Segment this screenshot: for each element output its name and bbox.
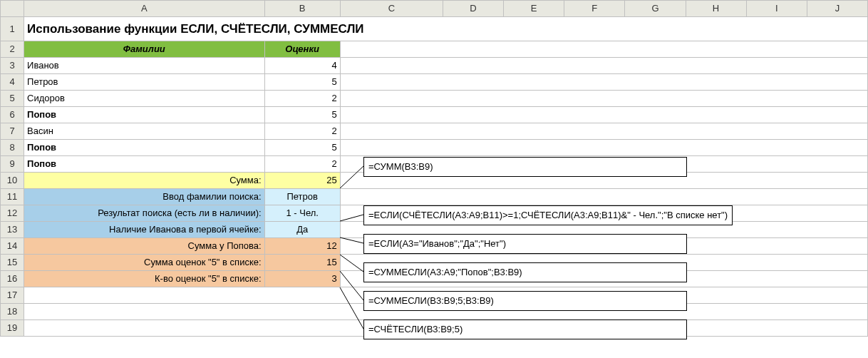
col-header-G[interactable]: G	[625, 1, 686, 17]
row-7: 7 Васин 2	[1, 123, 868, 140]
callout-sumif-popov-formula: =СУММЕСЛИ(A3:A9;"Попов";B3:B9)	[363, 262, 687, 282]
cell-A9[interactable]: Попов	[24, 156, 265, 173]
cell-A4[interactable]: Петров	[24, 74, 265, 91]
cell-C2-blank[interactable]	[340, 41, 867, 58]
cell-A15-sumfives-label[interactable]: Сумма оценок "5" в списке:	[24, 255, 265, 271]
row-header-19[interactable]: 19	[1, 320, 24, 337]
row-3: 3 Иванов 4	[1, 58, 868, 74]
row-header-6[interactable]: 6	[1, 107, 24, 123]
cell-A12-result-label[interactable]: Результат поиска (есть ли в наличии):	[24, 205, 265, 222]
row-header-16[interactable]: 16	[1, 271, 24, 287]
cell-A7[interactable]: Васин	[24, 123, 265, 140]
row-header-3[interactable]: 3	[1, 58, 24, 74]
cell-B13-ivanov-value[interactable]: Да	[264, 222, 340, 238]
cell-B11-search-value[interactable]: Петров	[264, 189, 340, 205]
cell-B3[interactable]: 4	[264, 58, 340, 74]
row-header-11[interactable]: 11	[1, 189, 24, 205]
cell-A14-popov-label[interactable]: Сумма у Попова:	[24, 238, 265, 255]
row-header-7[interactable]: 7	[1, 123, 24, 140]
cell-A13-ivanov-label[interactable]: Наличие Иванова в первой ячейке:	[24, 222, 265, 238]
cell-A16-countfives-label[interactable]: К-во оценок "5" в списке:	[24, 271, 265, 287]
cell-B9[interactable]: 2	[264, 156, 340, 173]
row-header-1[interactable]: 1	[1, 17, 24, 41]
cell-A8[interactable]: Попов	[24, 140, 265, 156]
row-1: 1 Использование функции ЕСЛИ, СЧЁТЕСЛИ, …	[1, 17, 868, 41]
cell-A6[interactable]: Попов	[24, 107, 265, 123]
cell-B14-popov-value[interactable]: 12	[264, 238, 340, 255]
row-8: 8 Попов 5	[1, 140, 868, 156]
callout-sum-formula: =СУММ(B3:B9)	[363, 157, 687, 177]
callout-if-ivanov-formula: =ЕСЛИ(A3="Иванов";"Да";"Нет")	[363, 234, 687, 254]
row-6: 6 Попов 5	[1, 107, 868, 123]
cell-B2-header[interactable]: Оценки	[264, 41, 340, 58]
cell-B12-result-value[interactable]: 1 - Чел.	[264, 205, 340, 222]
row-header-9[interactable]: 9	[1, 156, 24, 173]
row-header-8[interactable]: 8	[1, 140, 24, 156]
row-5: 5 Сидоров 2	[1, 91, 868, 107]
callout-countif-formula: =ЕСЛИ(СЧЁТЕСЛИ(A3:A9;B11)>=1;СЧЁТЕСЛИ(A3…	[363, 205, 733, 225]
row-header-14[interactable]: 14	[1, 238, 24, 255]
col-header-D[interactable]: D	[443, 1, 504, 17]
row-header-5[interactable]: 5	[1, 91, 24, 107]
cell-B5[interactable]: 2	[264, 91, 340, 107]
cell-C3-blank[interactable]	[340, 58, 867, 74]
col-header-C[interactable]: C	[340, 1, 443, 17]
cell-B7[interactable]: 2	[264, 123, 340, 140]
col-header-B[interactable]: B	[264, 1, 340, 17]
callout-sumif-fives-formula: =СУММЕСЛИ(B3:B9;5;B3:B9)	[363, 291, 687, 311]
corner-cell[interactable]	[1, 1, 24, 17]
row-header-15[interactable]: 15	[1, 255, 24, 271]
row-header-10[interactable]: 10	[1, 173, 24, 189]
cell-A2-header[interactable]: Фамилии	[24, 41, 265, 58]
col-header-J[interactable]: J	[807, 1, 867, 17]
col-header-A[interactable]: A	[24, 1, 265, 17]
cell-B4[interactable]: 5	[264, 74, 340, 91]
row-header-12[interactable]: 12	[1, 205, 24, 222]
row-header-2[interactable]: 2	[1, 41, 24, 58]
cell-A1-title[interactable]: Использование функции ЕСЛИ, СЧЁТЕСЛИ, СУ…	[24, 17, 868, 41]
spreadsheet-area: A B C D E F G H I J 1 Использование функ…	[0, 0, 868, 358]
cell-A3[interactable]: Иванов	[24, 58, 265, 74]
row-11: 11 Ввод фамилии поиска: Петров	[1, 189, 868, 205]
col-header-I[interactable]: I	[746, 1, 807, 17]
cell-C11-blank[interactable]	[340, 189, 867, 205]
cell-B15-sumfives-value[interactable]: 15	[264, 255, 340, 271]
cell-B8[interactable]: 5	[264, 140, 340, 156]
cell-C8-blank[interactable]	[340, 140, 867, 156]
cell-B6[interactable]: 5	[264, 107, 340, 123]
col-header-H[interactable]: H	[686, 1, 746, 17]
cell-A11-search-label[interactable]: Ввод фамилии поиска:	[24, 189, 265, 205]
cell-B10-sum-value[interactable]: 25	[264, 173, 340, 189]
row-header-13[interactable]: 13	[1, 222, 24, 238]
cell-A5[interactable]: Сидоров	[24, 91, 265, 107]
callout-countif-fives-formula: =СЧЁТЕСЛИ(B3:B9;5)	[363, 319, 687, 339]
cell-A10-sum-label[interactable]: Сумма:	[24, 173, 265, 189]
cell-C6-blank[interactable]	[340, 107, 867, 123]
row-header-4[interactable]: 4	[1, 74, 24, 91]
row-header-17[interactable]: 17	[1, 287, 24, 304]
row-2: 2 Фамилии Оценки	[1, 41, 868, 58]
col-header-F[interactable]: F	[564, 1, 625, 17]
col-header-E[interactable]: E	[504, 1, 564, 17]
cell-B16-countfives-value[interactable]: 3	[264, 271, 340, 287]
cell-C4-blank[interactable]	[340, 74, 867, 91]
cell-C5-blank[interactable]	[340, 91, 867, 107]
row-header-18[interactable]: 18	[1, 304, 24, 320]
column-header-row: A B C D E F G H I J	[1, 1, 868, 17]
cell-C7-blank[interactable]	[340, 123, 867, 140]
row-4: 4 Петров 5	[1, 74, 868, 91]
